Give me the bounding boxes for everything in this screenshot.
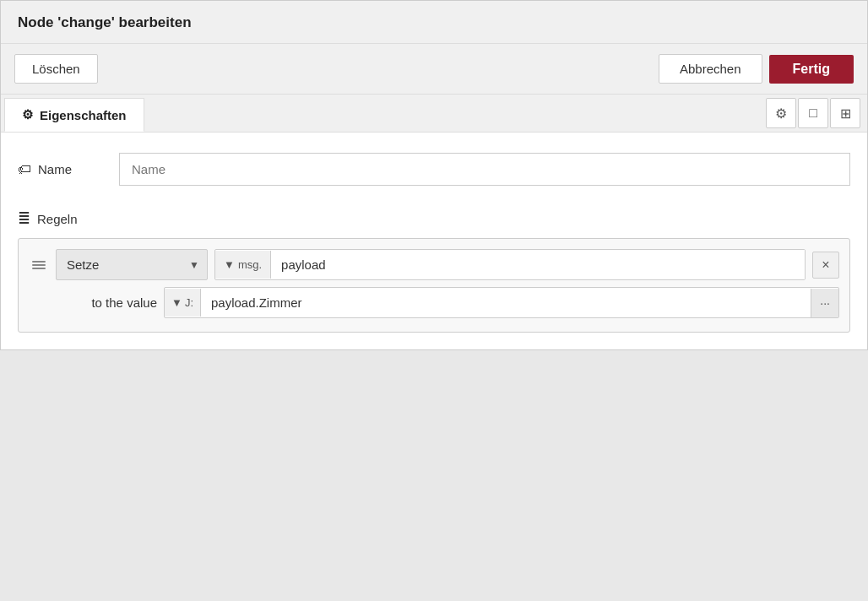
tab-label: Eigenschaften	[40, 108, 127, 122]
rules-label: Regeln	[37, 212, 78, 226]
name-label: Name	[38, 162, 72, 176]
rules-section-label: ≣ Regeln	[18, 209, 850, 228]
list-icon: ≣	[18, 209, 30, 228]
chevron-down-icon-2: ▼	[171, 296, 182, 309]
delete-rule-button[interactable]: ×	[812, 252, 839, 279]
tab-icons-container: ⚙ □ ⊞	[759, 95, 867, 132]
grid-icon: ⊞	[840, 106, 851, 122]
dialog-container: Node 'change' bearbeiten Löschen Abbrech…	[0, 0, 868, 350]
name-label-container: 🏷 Name	[18, 162, 119, 177]
drag-handle[interactable]	[29, 257, 49, 273]
tab-eigenschaften[interactable]: ⚙ Eigenschaften	[4, 98, 144, 132]
tabs-row: ⚙ Eigenschaften ⚙ □ ⊞	[1, 95, 867, 133]
name-field-row: 🏷 Name	[18, 153, 850, 186]
grid-icon-button[interactable]: ⊞	[830, 98, 860, 128]
action-select[interactable]: Setze Ändere Lösche Verschiebe	[56, 249, 208, 280]
action-select-wrapper: Setze Ändere Lösche Verschiebe ▼	[56, 249, 208, 280]
description-icon-button[interactable]: □	[798, 98, 828, 128]
cancel-button[interactable]: Abbrechen	[659, 54, 762, 84]
target-type-button[interactable]: ▼ msg.	[215, 251, 271, 279]
settings-icon: ⚙	[775, 106, 787, 122]
description-icon: □	[809, 106, 817, 121]
settings-icon-button[interactable]: ⚙	[766, 98, 796, 128]
content-area: 🏷 Name ≣ Regeln Setze Ändere	[1, 133, 867, 349]
name-input[interactable]	[119, 153, 850, 186]
value-text-input[interactable]	[201, 288, 811, 317]
delete-button[interactable]: Löschen	[14, 54, 98, 84]
dialog-title: Node 'change' bearbeiten	[18, 14, 850, 31]
value-type-icon: J:	[185, 296, 193, 309]
done-button[interactable]: Fertig	[769, 55, 854, 84]
target-type-label: msg.	[238, 258, 262, 271]
rules-container: Setze Ändere Lösche Verschiebe ▼ ▼ msg. …	[18, 238, 850, 333]
gear-tab-icon: ⚙	[22, 107, 33, 122]
target-value-input[interactable]	[271, 250, 805, 279]
tag-icon: 🏷	[18, 162, 31, 177]
to-the-value-label: to the value	[56, 295, 157, 310]
value-field: ▼ J: ···	[164, 287, 839, 318]
value-type-button[interactable]: ▼ J:	[165, 289, 201, 317]
value-more-button[interactable]: ···	[811, 289, 838, 317]
dialog-toolbar: Löschen Abbrechen Fertig	[1, 44, 867, 95]
target-field: ▼ msg.	[214, 249, 806, 280]
rule-value-row: to the value ▼ J: ···	[56, 287, 839, 318]
title-bar: Node 'change' bearbeiten	[1, 1, 867, 44]
chevron-down-icon: ▼	[224, 258, 235, 271]
